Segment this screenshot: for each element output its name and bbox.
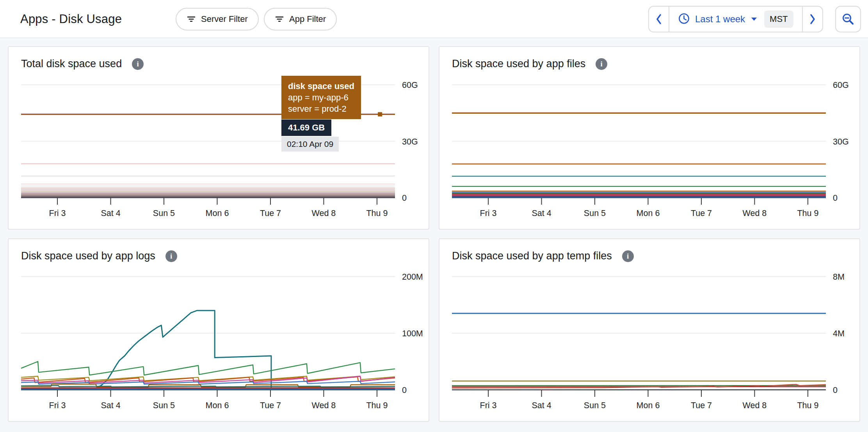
svg-text:Thu 9: Thu 9 bbox=[797, 401, 818, 410]
server-filter-button[interactable]: Server Filter bbox=[176, 8, 259, 30]
panel-disk-space-app-logs: Disk space used by app logs i 200M100M0F… bbox=[8, 238, 429, 422]
svg-text:Wed 8: Wed 8 bbox=[312, 401, 336, 410]
time-shift-back-button[interactable] bbox=[649, 7, 669, 32]
page-title: Apps - Disk Usage bbox=[20, 0, 122, 38]
svg-text:0: 0 bbox=[833, 193, 838, 203]
panel-disk-space-app-files: Disk space used by app files i 60G30G0Fr… bbox=[439, 46, 860, 230]
svg-text:Sat 4: Sat 4 bbox=[532, 209, 551, 218]
panel-title: Disk space used by app temp files bbox=[452, 250, 612, 262]
info-icon[interactable]: i bbox=[165, 250, 177, 262]
panel-disk-space-app-temp-files: Disk space used by app temp files i 8M4M… bbox=[439, 238, 860, 422]
tooltip-time-badge: 02:10 Apr 09 bbox=[281, 137, 339, 152]
info-icon[interactable]: i bbox=[596, 58, 607, 70]
app-filter-label: App Filter bbox=[289, 14, 326, 24]
svg-text:60G: 60G bbox=[402, 80, 418, 90]
svg-text:Sun 5: Sun 5 bbox=[584, 401, 606, 410]
svg-text:4M: 4M bbox=[833, 329, 845, 338]
svg-text:60G: 60G bbox=[833, 80, 849, 90]
chart-disk-space-app-files[interactable]: 60G30G0Fri 3Sat 4Sun 5Mon 6Tue 7Wed 8Thu… bbox=[452, 80, 858, 221]
app-filter-button[interactable]: App Filter bbox=[264, 8, 337, 30]
svg-text:Tue 7: Tue 7 bbox=[691, 209, 712, 218]
svg-text:Sat 4: Sat 4 bbox=[101, 401, 120, 410]
chevron-right-icon bbox=[809, 13, 816, 25]
svg-text:Wed 8: Wed 8 bbox=[312, 209, 336, 218]
time-range-picker[interactable]: Last 1 week MST bbox=[669, 7, 802, 32]
panel-title: Disk space used by app logs bbox=[21, 250, 155, 262]
svg-text:Mon 6: Mon 6 bbox=[206, 209, 229, 218]
svg-text:Sun 5: Sun 5 bbox=[153, 401, 175, 410]
svg-text:100M: 100M bbox=[402, 329, 423, 338]
svg-text:0: 0 bbox=[402, 193, 407, 203]
svg-text:0: 0 bbox=[833, 386, 838, 395]
info-icon[interactable]: i bbox=[132, 58, 144, 70]
svg-text:Thu 9: Thu 9 bbox=[366, 209, 388, 218]
clock-icon bbox=[678, 12, 690, 26]
chart-disk-space-app-temp-files[interactable]: 8M4M0Fri 3Sat 4Sun 5Mon 6Tue 7Wed 8Thu 9 bbox=[452, 273, 858, 413]
svg-text:Fri 3: Fri 3 bbox=[49, 209, 66, 218]
svg-text:Tue 7: Tue 7 bbox=[691, 401, 712, 410]
svg-text:Sat 4: Sat 4 bbox=[101, 209, 120, 218]
svg-text:Mon 6: Mon 6 bbox=[637, 209, 660, 218]
chart-disk-space-app-logs[interactable]: 200M100M0Fri 3Sat 4Sun 5Mon 6Tue 7Wed 8T… bbox=[21, 273, 427, 413]
svg-text:Tue 7: Tue 7 bbox=[260, 401, 281, 410]
panel-title: Disk space used by app files bbox=[452, 58, 585, 70]
svg-text:Fri 3: Fri 3 bbox=[480, 209, 497, 218]
svg-text:Tue 7: Tue 7 bbox=[260, 209, 281, 218]
tooltip-series-box: disk space used app = my-app-6 server = … bbox=[281, 76, 361, 119]
svg-text:Thu 9: Thu 9 bbox=[366, 401, 388, 410]
filter-icon bbox=[275, 14, 284, 24]
svg-text:200M: 200M bbox=[402, 273, 423, 282]
chevron-left-icon bbox=[655, 13, 663, 25]
tooltip-server-line: server = prod-2 bbox=[288, 103, 354, 114]
svg-text:30G: 30G bbox=[833, 137, 849, 146]
header-bar: Apps - Disk Usage Server Filter App Filt… bbox=[0, 0, 868, 38]
tooltip-app-line: app = my-app-6 bbox=[288, 92, 354, 103]
svg-text:Fri 3: Fri 3 bbox=[49, 401, 66, 410]
svg-text:Thu 9: Thu 9 bbox=[797, 209, 818, 218]
svg-text:8M: 8M bbox=[833, 273, 845, 282]
time-range-control: Last 1 week MST bbox=[648, 6, 823, 32]
svg-text:Sat 4: Sat 4 bbox=[532, 401, 551, 410]
svg-text:Wed 8: Wed 8 bbox=[743, 401, 767, 410]
svg-text:Wed 8: Wed 8 bbox=[743, 209, 767, 218]
tooltip-value-badge: 41.69 GB bbox=[281, 120, 331, 136]
zoom-out-button[interactable] bbox=[835, 6, 861, 32]
caret-down-icon bbox=[751, 18, 757, 21]
tooltip-series-name: disk space used bbox=[288, 80, 354, 92]
svg-text:30G: 30G bbox=[402, 137, 418, 146]
timezone-badge: MST bbox=[764, 11, 793, 28]
time-range-label: Last 1 week bbox=[695, 14, 745, 25]
info-icon[interactable]: i bbox=[622, 250, 634, 262]
svg-text:Fri 3: Fri 3 bbox=[480, 401, 497, 410]
panel-title: Total disk space used bbox=[21, 58, 122, 70]
svg-text:Sun 5: Sun 5 bbox=[584, 209, 606, 218]
svg-text:0: 0 bbox=[402, 386, 407, 395]
svg-text:Mon 6: Mon 6 bbox=[206, 401, 229, 410]
svg-text:Sun 5: Sun 5 bbox=[153, 209, 175, 218]
chart-total-disk-space-used[interactable]: 60G30G0Fri 3Sat 4Sun 5Mon 6Tue 7Wed 8Thu… bbox=[21, 80, 427, 221]
panel-total-disk-space-used: Total disk space used i 60G30G0Fri 3Sat … bbox=[8, 46, 429, 230]
hover-marker bbox=[378, 112, 382, 116]
filter-icon bbox=[187, 14, 196, 24]
server-filter-label: Server Filter bbox=[201, 14, 248, 24]
magnifier-minus-icon bbox=[841, 12, 856, 27]
svg-text:Mon 6: Mon 6 bbox=[637, 401, 660, 410]
time-shift-forward-button[interactable] bbox=[803, 7, 822, 32]
